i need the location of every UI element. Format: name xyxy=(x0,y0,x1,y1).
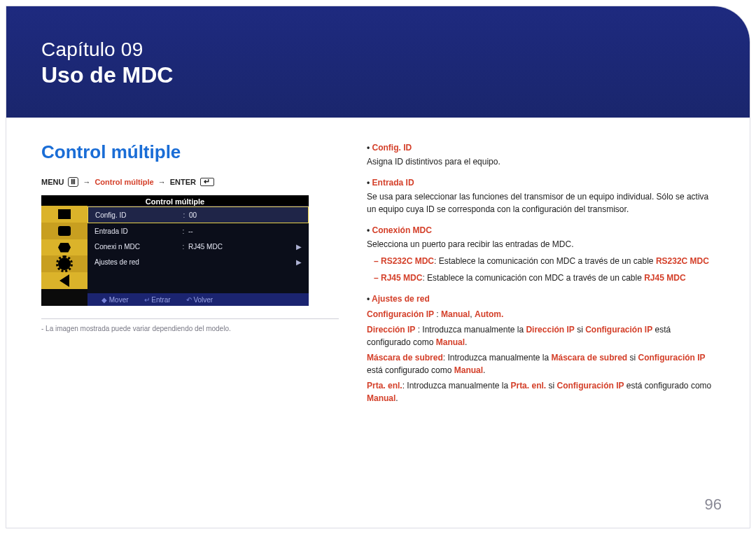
section-heading: Control múltiple xyxy=(41,141,339,163)
ipconf-line: Configuración IP : Manual, Autom. xyxy=(367,308,715,321)
osd-row-value: -- xyxy=(188,227,290,235)
mascara-line: Máscara de subred: Introduzca manualment… xyxy=(367,351,715,377)
arrow-icon: → xyxy=(158,178,166,186)
sub-rj45: RJ45 MDC: Establece la comunicación con … xyxy=(367,272,715,284)
direccion-line: Dirección IP : Introduzca manualmente la… xyxy=(367,323,715,349)
osd-body: Config. ID : 00 Entrada ID : -- Conexi n… xyxy=(88,206,309,293)
gateway-line: Prta. enl.: Introduzca manualmente la Pr… xyxy=(367,379,715,405)
osd-tab-icon xyxy=(41,239,88,256)
chapter-header: Capítulo 09 Uso de MDC xyxy=(6,6,750,118)
bullet-label: Ajustes de red xyxy=(367,294,430,304)
osd-row-value: 00 xyxy=(189,211,290,219)
path-item: Control múltiple xyxy=(94,178,153,186)
chapter-label: Capítulo 09 xyxy=(41,38,715,61)
arrow-icon: → xyxy=(83,178,90,186)
menu-label: MENU xyxy=(41,178,64,186)
osd-hint-move: Mover xyxy=(102,296,129,304)
bullet-entrada-id: Entrada ID Se usa para seleccionar las f… xyxy=(367,176,715,216)
figure-note: La imagen mostrada puede variar dependie… xyxy=(41,325,339,332)
bullet-label: Entrada ID xyxy=(367,178,414,188)
osd-row[interactable]: Ajustes de red ▶ xyxy=(88,254,309,269)
bullet-ajustes: Ajustes de red Configuración IP : Manual… xyxy=(367,293,715,405)
left-column: Control múltiple MENU Ⅲ → Control múltip… xyxy=(41,141,339,413)
bullet-text: Se usa para seleccionar las funciones de… xyxy=(367,190,715,216)
enter-icon xyxy=(200,178,214,186)
page-number: 96 xyxy=(705,496,722,514)
osd-row-label: Config. ID xyxy=(95,211,179,219)
bullet-text: Asigna ID distintivos para el equipo. xyxy=(367,155,715,168)
bullet-label: Config. ID xyxy=(367,143,412,153)
osd-row-label: Conexi n MDC xyxy=(94,243,178,251)
enter-label: ENTER xyxy=(170,178,196,186)
menu-path: MENU Ⅲ → Control múltiple → ENTER xyxy=(41,177,339,187)
bullet-label: Conexión MDC xyxy=(367,225,432,235)
osd-title: Control múltiple xyxy=(146,197,204,206)
osd-row-value: RJ45 MDC xyxy=(188,243,290,251)
osd-tab-back-icon xyxy=(41,272,88,289)
divider xyxy=(41,318,339,319)
osd-row[interactable]: Entrada ID : -- xyxy=(88,223,309,239)
page: Capítulo 09 Uso de MDC Control múltiple … xyxy=(6,6,750,528)
osd-row[interactable]: Conexi n MDC : RJ45 MDC ▶ xyxy=(88,239,309,254)
sub-rs232c: RS232C MDC: Establece la comunicación co… xyxy=(367,255,715,267)
osd-row-label: Entrada ID xyxy=(94,227,178,235)
osd-row-label: Ajustes de red xyxy=(94,258,178,266)
bullet-conexion: Conexión MDC Selecciona un puerto para r… xyxy=(367,224,715,284)
osd-hint-back: Volver xyxy=(186,296,214,304)
bullet-config-id: Config. ID Asigna ID distintivos para el… xyxy=(367,141,715,168)
menu-icon: Ⅲ xyxy=(68,177,78,187)
osd-tab-icon xyxy=(41,223,88,239)
chevron-right-icon: ▶ xyxy=(290,243,302,251)
osd-sidebar xyxy=(41,206,88,306)
chapter-title: Uso de MDC xyxy=(41,62,715,88)
osd-hint-enter: Entrar xyxy=(144,296,171,304)
osd-row-selected[interactable]: Config. ID : 00 xyxy=(88,206,309,223)
osd-tab-icon xyxy=(41,206,88,223)
osd-tab-gear-icon xyxy=(41,255,88,272)
bullet-text: Selecciona un puerto para recibir las en… xyxy=(367,238,715,251)
osd-footer: Mover Entrar Volver xyxy=(88,293,309,306)
osd-tab-empty xyxy=(41,289,88,306)
osd-screenshot: Control múltiple Config. ID : 00 xyxy=(41,195,309,306)
right-column: Config. ID Asigna ID distintivos para el… xyxy=(367,141,715,413)
chevron-right-icon: ▶ xyxy=(290,258,302,266)
